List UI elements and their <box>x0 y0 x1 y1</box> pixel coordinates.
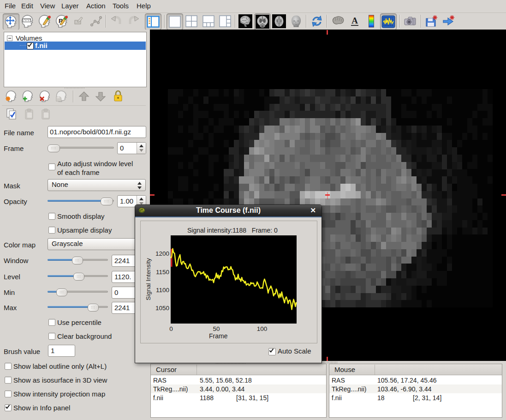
svg-text:A: A <box>351 16 358 25</box>
